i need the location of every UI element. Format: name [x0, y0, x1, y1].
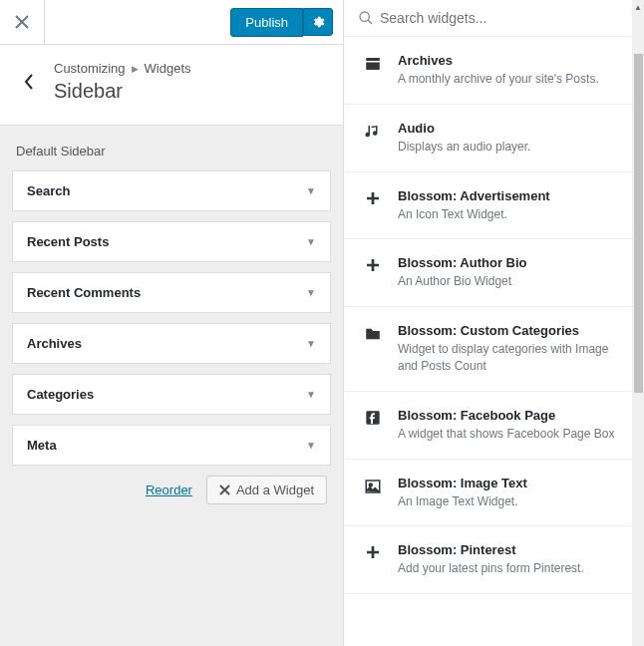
- available-widget-desc: A monthly archive of your site's Posts.: [398, 71, 630, 88]
- available-widget-title: Blossom: Advertisement: [398, 188, 630, 203]
- search-wrap: [344, 0, 644, 37]
- widget-label: Archives: [27, 336, 82, 351]
- available-widget-desc: An Icon Text Widget.: [398, 206, 630, 223]
- facebook-icon: [362, 408, 384, 443]
- widget-item[interactable]: Archives▼: [12, 323, 331, 364]
- search-icon: [358, 10, 374, 26]
- available-widget-item[interactable]: Blossom: Custom CategoriesWidget to disp…: [344, 307, 644, 392]
- audio-icon: [362, 121, 384, 156]
- widget-item[interactable]: Recent Posts▼: [12, 221, 331, 262]
- available-widget-desc: Widget to display categories with Image …: [398, 341, 630, 375]
- widget-label: Recent Posts: [27, 234, 109, 249]
- available-widget-desc: An Image Text Widget.: [398, 493, 630, 510]
- available-widget-title: Blossom: Custom Categories: [398, 323, 630, 338]
- topbar: Publish: [0, 0, 343, 45]
- scrollbar-track[interactable]: ▲: [632, 0, 644, 646]
- available-widget-item[interactable]: Blossom: AdvertisementAn Icon Text Widge…: [344, 172, 644, 240]
- svg-line-1: [368, 20, 372, 24]
- available-widget-item[interactable]: Blossom: PinterestAdd your latest pins f…: [344, 526, 644, 594]
- page-title: Sidebar: [54, 80, 331, 103]
- available-widget-item[interactable]: Blossom: Image TextAn Image Text Widget.: [344, 460, 644, 527]
- breadcrumb: Customizing ▶ Widgets: [54, 61, 331, 76]
- gear-icon: [311, 15, 325, 29]
- widget-item[interactable]: Categories▼: [12, 374, 331, 415]
- image-icon: [362, 476, 384, 510]
- customizer-panel: Publish Customizing ▶ Widgets Sidebar De…: [0, 0, 344, 646]
- breadcrumb-root: Customizing: [54, 61, 126, 76]
- chevron-down-icon: ▼: [306, 389, 316, 400]
- publish-button[interactable]: Publish: [230, 8, 303, 37]
- available-widget-desc: Displays an audio player.: [398, 139, 630, 156]
- available-widget-title: Blossom: Author Bio: [398, 255, 630, 270]
- chevron-down-icon: ▼: [306, 287, 316, 298]
- available-widget-title: Blossom: Image Text: [398, 476, 630, 490]
- plus-icon: [362, 542, 384, 577]
- plus-icon: [219, 484, 230, 495]
- folder-icon: [362, 323, 384, 375]
- plus-icon: [362, 255, 384, 290]
- breadcrumb-leaf: Widgets: [145, 61, 191, 76]
- reorder-link[interactable]: Reorder: [146, 483, 192, 497]
- available-widget-title: Archives: [398, 53, 630, 68]
- chevron-down-icon: ▼: [306, 440, 316, 451]
- available-widget-desc: An Author Bio Widget: [398, 273, 630, 290]
- add-widget-button[interactable]: Add a Widget: [206, 476, 327, 504]
- close-button[interactable]: [0, 0, 45, 45]
- available-widget-title: Blossom: Facebook Page: [398, 408, 630, 423]
- available-widget-title: Blossom: Pinterest: [398, 542, 630, 557]
- plus-icon: [362, 188, 384, 223]
- svg-rect-3: [366, 63, 380, 71]
- chevron-down-icon: ▼: [306, 185, 316, 196]
- close-icon: [15, 15, 29, 29]
- available-widget-item[interactable]: AudioDisplays an audio player.: [344, 105, 644, 172]
- chevron-down-icon: ▼: [306, 338, 316, 349]
- archive-icon: [362, 53, 384, 88]
- widget-item[interactable]: Search▼: [12, 170, 331, 211]
- available-widget-title: Audio: [398, 121, 630, 136]
- section-subtitle: Default Sidebar: [16, 144, 331, 159]
- chevron-down-icon: ▼: [306, 236, 316, 247]
- chevron-right-icon: ▶: [132, 64, 139, 74]
- add-widget-label: Add a Widget: [236, 483, 314, 497]
- available-widget-item[interactable]: Blossom: Author BioAn Author Bio Widget: [344, 239, 644, 307]
- widget-label: Categories: [27, 387, 94, 402]
- back-button[interactable]: [12, 57, 46, 107]
- scroll-up-icon[interactable]: ▲: [632, 0, 644, 14]
- search-input[interactable]: [380, 10, 630, 26]
- available-widget-item[interactable]: ArchivesA monthly archive of your site's…: [344, 37, 644, 105]
- available-widgets-panel: ArchivesA monthly archive of your site's…: [344, 0, 644, 646]
- widget-label: Meta: [27, 438, 57, 453]
- panel-header: Customizing ▶ Widgets Sidebar: [0, 45, 343, 126]
- chevron-left-icon: [22, 74, 36, 90]
- available-widget-desc: Add your latest pins form Pinterest.: [398, 560, 630, 577]
- available-widget-item[interactable]: Blossom: Facebook PageA widget that show…: [344, 392, 644, 460]
- widget-label: Search: [27, 183, 70, 198]
- widget-item[interactable]: Meta▼: [12, 425, 331, 466]
- svg-point-0: [360, 12, 369, 21]
- available-widget-desc: A widget that shows Facebook Page Box: [398, 426, 630, 443]
- widget-label: Recent Comments: [27, 285, 141, 300]
- widget-item[interactable]: Recent Comments▼: [12, 272, 331, 313]
- scrollbar-thumb[interactable]: [634, 54, 643, 393]
- publish-settings-button[interactable]: [303, 8, 333, 36]
- svg-rect-2: [366, 58, 380, 61]
- svg-point-6: [369, 484, 372, 486]
